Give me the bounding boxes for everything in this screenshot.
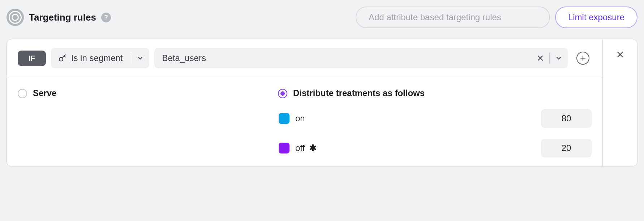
limit-exposure-button[interactable]: Limit exposure bbox=[555, 6, 637, 28]
segment-value-chip: Beta_users bbox=[154, 48, 568, 68]
matcher-dropdown-toggle[interactable] bbox=[131, 55, 149, 62]
remove-rule-button[interactable] bbox=[616, 50, 624, 166]
help-icon[interactable]: ? bbox=[101, 13, 111, 22]
chevron-down-icon bbox=[137, 55, 144, 62]
plus-icon bbox=[580, 55, 586, 61]
treatment-off-value[interactable] bbox=[541, 139, 592, 157]
distribute-section: Distribute treatments as follows on off … bbox=[278, 88, 592, 157]
section-header: Targeting rules ? Limit exposure bbox=[7, 6, 637, 28]
treatment-row: off ✱ bbox=[278, 139, 592, 157]
distribute-option[interactable]: Distribute treatments as follows bbox=[278, 88, 592, 98]
chevron-down-icon bbox=[555, 55, 562, 62]
rule-card: IF Is in segment Beta_users bbox=[7, 39, 637, 166]
condition-row: IF Is in segment Beta_users bbox=[7, 39, 602, 77]
treatment-name: on bbox=[295, 113, 535, 124]
radio-dot bbox=[280, 91, 285, 96]
key-icon bbox=[58, 54, 67, 62]
radio-distribute[interactable] bbox=[278, 89, 287, 98]
matcher-label-area[interactable]: Is in segment bbox=[51, 53, 131, 63]
treatment-on-value[interactable] bbox=[541, 109, 592, 128]
matcher-chip: Is in segment bbox=[51, 48, 149, 68]
treatment-swatch-off bbox=[279, 143, 289, 153]
close-icon bbox=[537, 55, 544, 62]
treatment-on-label: on bbox=[295, 113, 305, 124]
rule-main: IF Is in segment Beta_users bbox=[7, 39, 603, 166]
default-treatment-asterisk-icon: ✱ bbox=[309, 143, 317, 154]
treatment-row: on bbox=[278, 109, 592, 128]
serve-label: Serve bbox=[33, 88, 56, 98]
section-title: Targeting rules bbox=[29, 12, 96, 23]
segment-dropdown-toggle[interactable] bbox=[550, 55, 568, 62]
treatment-name: off ✱ bbox=[295, 143, 535, 154]
if-chip: IF bbox=[18, 51, 46, 66]
rule-close-column bbox=[603, 39, 637, 166]
matcher-label: Is in segment bbox=[71, 53, 123, 63]
clear-segment-button[interactable] bbox=[531, 55, 549, 62]
serve-option[interactable]: Serve bbox=[18, 88, 278, 157]
add-condition-button[interactable] bbox=[576, 52, 589, 65]
treatment-swatch-on bbox=[279, 113, 289, 124]
serve-row: Serve Distribute treatments as follows o… bbox=[7, 77, 602, 166]
close-icon bbox=[616, 51, 624, 58]
add-targeting-rules-input[interactable] bbox=[356, 6, 550, 28]
targeting-icon bbox=[7, 9, 24, 26]
radio-serve[interactable] bbox=[18, 89, 27, 98]
treatment-off-label: off bbox=[295, 143, 305, 153]
segment-value[interactable]: Beta_users bbox=[154, 53, 531, 63]
distribute-label: Distribute treatments as follows bbox=[293, 88, 425, 98]
